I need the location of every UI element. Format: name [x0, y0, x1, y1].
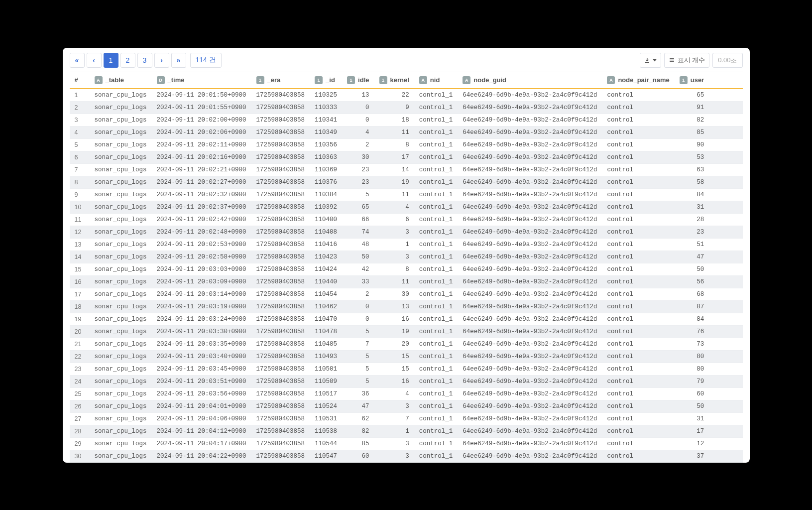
cell-_era: 1725980403858	[251, 275, 310, 288]
table-row[interactable]: 2sonar_cpu_logs2024-09-11 20:01:55+09001…	[70, 101, 743, 114]
cell-nid: control_1	[414, 450, 458, 462]
table-row[interactable]: 4sonar_cpu_logs2024-09-11 20:02:06+09001…	[70, 126, 743, 138]
table-row[interactable]: 8sonar_cpu_logs2024-09-11 20:02:27+09001…	[70, 176, 743, 188]
cell-nid: control_1	[414, 350, 458, 363]
cell-nid: control_1	[414, 201, 458, 213]
table-row[interactable]: 18sonar_cpu_logs2024-09-11 20:03:19+0900…	[70, 300, 743, 313]
cell-empty	[709, 363, 742, 375]
cell-_era: 1725980403858	[251, 387, 310, 400]
table-row[interactable]: 12sonar_cpu_logs2024-09-11 20:02:48+0900…	[70, 226, 743, 238]
display-count-button[interactable]: 표시 개수	[664, 53, 710, 68]
cell-_table: sonar_cpu_logs	[90, 114, 152, 126]
type-badge-icon: 1	[315, 76, 323, 84]
column-header-kernel[interactable]: 1kernel	[374, 72, 414, 89]
table-row[interactable]: 9sonar_cpu_logs2024-09-11 20:02:32+09001…	[70, 188, 743, 201]
table-row[interactable]: 16sonar_cpu_logs2024-09-11 20:03:09+0900…	[70, 275, 743, 288]
cell-empty	[709, 400, 742, 412]
column-label: nid	[430, 76, 440, 84]
cell-nid: control_1	[414, 288, 458, 300]
column-header-table[interactable]: A_table	[90, 72, 152, 89]
column-header-nodeguid[interactable]: Anode_guid	[458, 72, 602, 89]
cell-_era: 1725980403858	[251, 363, 310, 375]
table-row[interactable]: 20sonar_cpu_logs2024-09-11 20:03:30+0900…	[70, 325, 743, 338]
cell-kernel: 16	[374, 375, 414, 387]
cell-n: 15	[70, 263, 90, 275]
table-row[interactable]: 6sonar_cpu_logs2024-09-11 20:02:16+09001…	[70, 151, 743, 163]
cell-empty	[709, 213, 742, 226]
table-row[interactable]: 13sonar_cpu_logs2024-09-11 20:02:53+0900…	[70, 238, 743, 251]
table-row[interactable]: 17sonar_cpu_logs2024-09-11 20:03:14+0900…	[70, 288, 743, 300]
cell-idle: 48	[342, 238, 374, 251]
column-header-nid[interactable]: Anid	[414, 72, 458, 89]
cell-node_guid: 64ee6249-6d9b-4e9a-93b2-2a4c0f9c412d	[458, 437, 602, 450]
table-row[interactable]: 14sonar_cpu_logs2024-09-11 20:02:58+0900…	[70, 251, 743, 263]
cell-_time: 2024-09-11 20:03:19+0900	[152, 300, 251, 313]
table-row[interactable]: 15sonar_cpu_logs2024-09-11 20:03:03+0900…	[70, 263, 743, 275]
table-row[interactable]: 5sonar_cpu_logs2024-09-11 20:02:11+09001…	[70, 138, 743, 151]
cell-kernel: 8	[374, 138, 414, 151]
column-header-id[interactable]: 1_id	[310, 72, 342, 89]
cell-_id: 110392	[310, 201, 342, 213]
cell-kernel: 17	[374, 151, 414, 163]
cell-_era: 1725980403858	[251, 151, 310, 163]
prev-page-button[interactable]: ‹	[87, 53, 102, 68]
column-header-era[interactable]: 1_era	[251, 72, 310, 89]
cell-user: 53	[675, 151, 709, 163]
cell-_table: sonar_cpu_logs	[90, 450, 152, 462]
last-page-button[interactable]: »	[171, 53, 186, 68]
table-row[interactable]: 24sonar_cpu_logs2024-09-11 20:03:51+0900…	[70, 375, 743, 387]
cell-user: 68	[675, 288, 709, 300]
cell-_era: 1725980403858	[251, 288, 310, 300]
cell-node_guid: 64ee6249-6d9b-4e9a-93b2-2a4c0f9c412d	[458, 300, 602, 313]
table-row[interactable]: 10sonar_cpu_logs2024-09-11 20:02:37+0900…	[70, 201, 743, 213]
table-row[interactable]: 22sonar_cpu_logs2024-09-11 20:03:40+0900…	[70, 350, 743, 363]
table-row[interactable]: 3sonar_cpu_logs2024-09-11 20:02:00+09001…	[70, 114, 743, 126]
page-1-button[interactable]: 1	[104, 53, 118, 68]
cell-_id: 110485	[310, 338, 342, 350]
elapsed-time: 0.00초	[712, 53, 742, 68]
cell-empty	[709, 151, 742, 163]
page-2-button[interactable]: 2	[120, 53, 135, 68]
cell-node_pair_name: control	[602, 126, 674, 138]
cell-empty	[709, 251, 742, 263]
table-row[interactable]: 11sonar_cpu_logs2024-09-11 20:02:42+0900…	[70, 213, 743, 226]
table-row[interactable]: 26sonar_cpu_logs2024-09-11 20:04:01+0900…	[70, 400, 743, 412]
page-3-button[interactable]: 3	[137, 53, 152, 68]
first-page-button[interactable]: «	[70, 53, 85, 68]
table-row[interactable]: 30sonar_cpu_logs2024-09-11 20:04:22+0900…	[70, 450, 743, 462]
column-header-nodepairname[interactable]: Anode_pair_name	[602, 72, 674, 89]
cell-empty	[709, 313, 742, 325]
next-page-button[interactable]: ›	[154, 53, 169, 68]
cell-_era: 1725980403858	[251, 437, 310, 450]
column-header-time[interactable]: D_time	[152, 72, 251, 89]
cell-_table: sonar_cpu_logs	[90, 251, 152, 263]
table-row[interactable]: 1sonar_cpu_logs2024-09-11 20:01:50+09001…	[70, 89, 743, 102]
column-header-user[interactable]: 1user	[675, 72, 709, 89]
cell-user: 12	[675, 437, 709, 450]
cell-_era: 1725980403858	[251, 101, 310, 114]
cell-nid: control_1	[414, 400, 458, 412]
cell-node_pair_name: control	[602, 251, 674, 263]
cell-kernel: 3	[374, 226, 414, 238]
table-row[interactable]: 23sonar_cpu_logs2024-09-11 20:03:45+0900…	[70, 363, 743, 375]
table-row[interactable]: 27sonar_cpu_logs2024-09-11 20:04:06+0900…	[70, 412, 743, 425]
table-row[interactable]: 7sonar_cpu_logs2024-09-11 20:02:21+09001…	[70, 163, 743, 176]
cell-_id: 110517	[310, 387, 342, 400]
table-row[interactable]: 28sonar_cpu_logs2024-09-11 20:04:12+0900…	[70, 425, 743, 437]
download-button[interactable]	[640, 53, 661, 68]
table-row[interactable]: 29sonar_cpu_logs2024-09-11 20:04:17+0900…	[70, 437, 743, 450]
table-row[interactable]: 21sonar_cpu_logs2024-09-11 20:03:35+0900…	[70, 338, 743, 350]
table-row[interactable]: 19sonar_cpu_logs2024-09-11 20:03:24+0900…	[70, 313, 743, 325]
cell-empty	[709, 238, 742, 251]
cell-n: 23	[70, 363, 90, 375]
cell-n: 27	[70, 412, 90, 425]
column-header-[interactable]: #	[70, 72, 90, 89]
cell-node_guid: 64ee6249-6d9b-4e9a-93b2-2a4c0f9c412d	[458, 338, 602, 350]
cell-kernel: 3	[374, 251, 414, 263]
cell-_time: 2024-09-11 20:02:37+0900	[152, 201, 251, 213]
total-count-button[interactable]: 114 건	[190, 53, 222, 68]
table-row[interactable]: 25sonar_cpu_logs2024-09-11 20:03:56+0900…	[70, 387, 743, 400]
cell-_era: 1725980403858	[251, 201, 310, 213]
cell-_id: 110462	[310, 300, 342, 313]
column-header-idle[interactable]: 1idle	[342, 72, 374, 89]
